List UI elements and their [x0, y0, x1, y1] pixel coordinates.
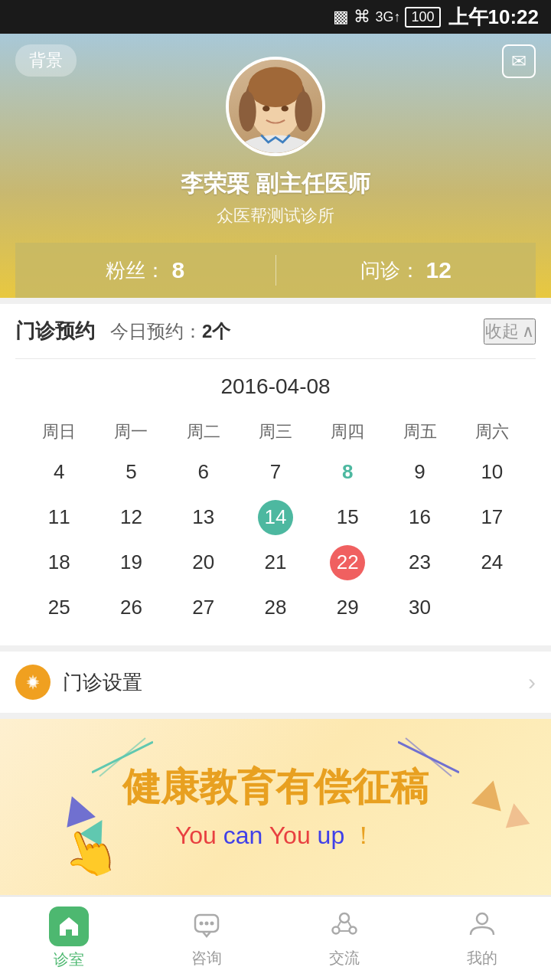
svg-point-6: [262, 106, 269, 112]
deco-triangle-peach: [502, 801, 530, 828]
appointment-today-label: 今日预约：2个: [110, 319, 230, 344]
clinic-name: 众医帮测试诊所: [217, 204, 334, 227]
calendar: 2016-04-08 周日 周一 周二 周三 周四 周五 周六 4 5 6 7 …: [15, 359, 536, 645]
fans-label: 粉丝：: [106, 257, 165, 284]
cal-day-10[interactable]: 10: [456, 449, 528, 495]
cal-day-22[interactable]: 22: [311, 540, 383, 585]
svg-point-21: [333, 926, 340, 933]
banner-subtitle: You can You up ！: [175, 819, 376, 853]
banner[interactable]: 健康教育有偿征稿 You can You up ！ 👆: [0, 719, 551, 895]
cal-day-12[interactable]: 12: [95, 495, 167, 540]
cal-day-8[interactable]: 8: [311, 449, 383, 495]
consult-label: 问诊：: [360, 257, 420, 284]
exchange-nav-label: 交流: [329, 948, 360, 969]
nav-item-consult[interactable]: 咨询: [138, 897, 276, 980]
svg-rect-14: [67, 919, 70, 922]
cal-day-6[interactable]: 6: [168, 449, 240, 495]
gear-icon: [22, 671, 44, 693]
mail-button[interactable]: ✉: [502, 44, 536, 78]
banner-title: 健康教育有偿征稿: [122, 762, 429, 813]
svg-rect-15: [66, 922, 72, 923]
collapse-icon: ∧: [522, 322, 534, 341]
cal-header-sun: 周日: [23, 414, 95, 449]
settings-icon: [15, 665, 51, 700]
consult-nav-label: 咨询: [191, 948, 222, 969]
cal-day-empty: [456, 585, 528, 630]
cal-header-sat: 周六: [456, 414, 528, 449]
svg-point-17: [200, 921, 204, 925]
cal-day-16[interactable]: 16: [383, 495, 455, 540]
mail-icon: ✉: [511, 51, 527, 71]
cal-day-7[interactable]: 7: [240, 449, 311, 495]
svg-point-3: [248, 67, 302, 107]
banner-can: can: [223, 822, 263, 849]
appointment-section: 门诊预约 今日预约：2个 收起 ∧ 2016-04-08 周日 周一 周二 周三…: [0, 304, 551, 645]
cal-day-4[interactable]: 4: [23, 449, 95, 495]
cal-day-28[interactable]: 28: [240, 585, 311, 630]
battery-icon: 100: [405, 7, 440, 28]
status-icons: ▩ ⌘ 3G↑ 100: [333, 7, 440, 28]
vibrate-icon: ▩: [333, 7, 349, 27]
cal-day-20[interactable]: 20: [168, 540, 240, 585]
svg-line-23: [337, 922, 341, 927]
appointment-title: 门诊预约: [15, 318, 95, 345]
svg-point-18: [205, 921, 209, 925]
clinic-icon: [49, 906, 89, 946]
cal-day-17[interactable]: 17: [456, 495, 528, 540]
cal-day-25[interactable]: 25: [23, 585, 95, 630]
exchange-icon: [330, 909, 359, 945]
appointment-header: 门诊预约 今日预约：2个 收起 ∧: [15, 304, 536, 359]
doctor-name: 李荣栗 副主任医师: [181, 168, 370, 200]
banner-you2: You: [269, 822, 311, 849]
svg-point-7: [282, 106, 289, 112]
cal-day-24[interactable]: 24: [456, 540, 528, 585]
cal-day-21[interactable]: 21: [240, 540, 311, 585]
cal-header-thu: 周四: [311, 414, 383, 449]
avatar-svg: [229, 60, 322, 153]
profile-section: 背景 ✉: [0, 34, 551, 298]
banner-excl: ！: [351, 822, 376, 849]
cal-day-23[interactable]: 23: [383, 540, 455, 585]
svg-point-19: [210, 921, 214, 925]
svg-line-24: [348, 922, 351, 927]
cal-day-5[interactable]: 5: [95, 449, 167, 495]
status-time: 上午10:22: [448, 4, 540, 31]
cal-day-11[interactable]: 11: [23, 495, 95, 540]
svg-point-4: [239, 91, 256, 132]
cal-header-tue: 周二: [168, 414, 240, 449]
mine-icon: [468, 909, 497, 945]
bottom-nav: 诊室 咨询 交流: [0, 896, 551, 980]
banner-up: up: [318, 822, 345, 849]
nav-item-clinic[interactable]: 诊室: [0, 897, 138, 980]
cal-day-14[interactable]: 14: [240, 495, 311, 540]
cal-day-29[interactable]: 29: [311, 585, 383, 630]
cal-day-15[interactable]: 15: [311, 495, 383, 540]
clinic-settings-row[interactable]: 门诊设置 ›: [0, 652, 551, 713]
cal-day-18[interactable]: 18: [23, 540, 95, 585]
cal-header-mon: 周一: [95, 414, 167, 449]
collapse-button[interactable]: 收起 ∧: [484, 318, 536, 345]
consult-stat: 问诊： 12: [276, 257, 536, 284]
nav-item-exchange[interactable]: 交流: [276, 897, 413, 980]
signal-icon: 3G↑: [375, 9, 400, 25]
settings-label: 门诊设置: [63, 669, 142, 696]
svg-point-5: [295, 91, 312, 132]
appointment-count: 2个: [202, 321, 230, 341]
cal-day-19[interactable]: 19: [95, 540, 167, 585]
mine-nav-label: 我的: [467, 948, 497, 969]
consult-icon: [192, 909, 221, 945]
clinic-nav-label: 诊室: [54, 949, 84, 970]
cal-day-26[interactable]: 26: [95, 585, 167, 630]
nav-item-mine[interactable]: 我的: [413, 897, 551, 980]
settings-arrow-icon: ›: [528, 669, 536, 695]
collapse-label: 收起: [485, 320, 519, 343]
status-bar: ▩ ⌘ 3G↑ 100 上午10:22: [0, 0, 551, 34]
calendar-grid: 周日 周一 周二 周三 周四 周五 周六 4 5 6 7 8 9 10 11 1…: [23, 414, 528, 630]
cal-day-27[interactable]: 27: [168, 585, 240, 630]
fans-count: 8: [171, 257, 184, 283]
cal-day-9[interactable]: 9: [383, 449, 455, 495]
bg-button[interactable]: 背景: [15, 44, 77, 77]
cal-day-30[interactable]: 30: [383, 585, 455, 630]
cal-day-13[interactable]: 13: [168, 495, 240, 540]
fans-stat: 粉丝： 8: [15, 257, 276, 284]
